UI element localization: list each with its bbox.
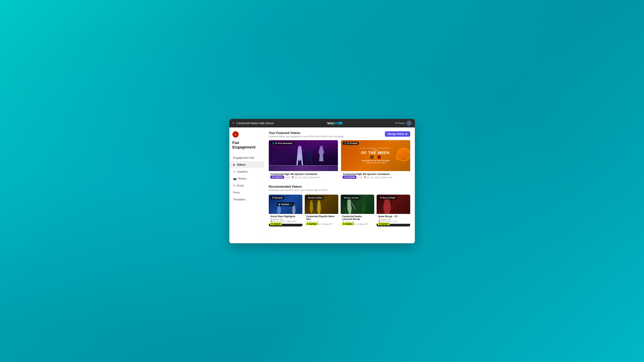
featured-2-sport: JV Football xyxy=(347,142,358,144)
featured-section-header: Your Featured Videos Featured videos are… xyxy=(269,131,410,138)
manage-videos-button[interactable]: Manage Videos ▶ xyxy=(385,131,410,137)
sidebar-item-videos[interactable]: ▶ Videos xyxy=(229,161,264,168)
globe-icon-2: 🌐 xyxy=(344,142,346,144)
rec-3-sport: Varsity Lacrosse xyxy=(344,197,359,199)
rec-4-location: 📍 Atlanta, GA xyxy=(378,218,409,221)
recommended-videos-grid: ▶ Highlight 📎 JV Baseball ★ Highlight Gr… xyxy=(269,195,410,226)
page-title: Fan Engagement xyxy=(232,141,261,149)
teams-row: OH vs RT xyxy=(360,155,391,159)
of-the-week-label: of the WEEK xyxy=(360,151,391,155)
top-nav: ≡ Centennial Hawks High School ¹playon H… xyxy=(229,119,415,127)
user-avatar[interactable]: 👤 xyxy=(406,120,412,126)
logo-on: on xyxy=(334,121,338,125)
rec-1-date: 📅 Oct 19, 2024 | 5:30pm EST xyxy=(270,221,301,223)
featured-1-badge: ★ Featured xyxy=(270,175,284,179)
sidebar-item-photos[interactable]: 📷 Photos xyxy=(229,175,264,182)
featured-1-sport: JV Girls Basketball xyxy=(275,142,292,144)
videos-icon: ▶ xyxy=(233,163,235,166)
videos-label: Videos xyxy=(237,163,246,166)
sidebar: C Fan Engagement Engagement Hub ▶ Videos… xyxy=(229,127,264,243)
manage-videos-icon: ▶ xyxy=(406,133,408,135)
featured-star-icon-2: ★ xyxy=(344,176,346,178)
photos-icon: 📷 xyxy=(233,177,236,180)
sidebar-item-posts[interactable]: Posts xyxy=(229,189,264,196)
team-a-logo: OH xyxy=(370,155,374,159)
rec-4-sport-badge: JV Boys Football xyxy=(378,196,397,199)
rec-1-meta: 📍 Atlanta, GA 📅 Oct 19, 2024 | 5:30pm ES… xyxy=(270,218,301,223)
fp2 xyxy=(314,200,317,211)
feature-clip-overlay[interactable]: ▶ Highlight 📎 xyxy=(277,202,294,206)
hawk-logo-svg: C xyxy=(234,132,238,136)
email-label: Email xyxy=(237,184,244,187)
rec-4-info: Game Recap – JV 📍 Atlanta, GA 📅 Oct 19, … xyxy=(376,214,410,224)
highlight-label-2: Highlight xyxy=(309,223,317,225)
page-title-area: Fan Engagement xyxy=(229,141,264,153)
app-window: ≡ Centennial Hawks High School ¹playon H… xyxy=(229,119,415,243)
featured-2-title: Centennial High 4th Quarter Comeback xyxy=(343,173,408,175)
rec-1-sport-badge: JV Baseball xyxy=(270,196,284,199)
graphics-label: Graphics xyxy=(237,170,248,173)
rec-video-2[interactable]: Varsity Football ★ Highlight Centennial … xyxy=(305,195,338,226)
section-divider: Recommended Videos Showcase your favorit… xyxy=(269,185,410,192)
featured-section-info: Your Featured Videos Featured videos are… xyxy=(269,131,344,138)
featured-1-sport-badge: 🌐 JV Girls Basketball xyxy=(270,142,294,145)
rec-video-4[interactable]: JV Boys Football ★ Highlight Game Recap … xyxy=(376,195,410,226)
matchup-text: Southeast vs Rootstown xyxy=(360,160,391,162)
rec-3-highlight-badge: ★ Highlight xyxy=(342,223,354,225)
rec-3-title: Centennial Hawks Lacrosse Recap xyxy=(342,215,373,221)
featured-label-2: Featured xyxy=(347,176,355,178)
main-layout: C Fan Engagement Engagement Hub ▶ Videos… xyxy=(229,127,415,243)
highlight-label-3: Highlight xyxy=(345,223,353,225)
featured-video-1[interactable]: 🌐 JV Girls Basketball ★ Featured Centenn… xyxy=(269,140,338,180)
greeting-text: Hi Paula xyxy=(395,122,404,124)
org-name: Centennial Hawks High School xyxy=(236,122,274,125)
clip-icon: 📎 xyxy=(290,203,292,205)
highlight-label-4: Highlight xyxy=(381,223,388,225)
game-datetime: Friday, October 13 | 7:00PM xyxy=(360,162,391,164)
recommended-title: Recommended Videos xyxy=(269,185,410,188)
rec-4-sport: JV Boys Football xyxy=(380,197,395,199)
menu-icon[interactable]: ≡ xyxy=(232,121,234,125)
vs-label: vs xyxy=(375,157,376,158)
rec-1-highlight-badge: ★ Highlight xyxy=(270,223,282,225)
school-logo-inner: C xyxy=(232,131,239,137)
fp1 xyxy=(310,200,313,213)
featured-subtitle: Featured videos are displayed on your NF… xyxy=(269,135,344,138)
sidebar-item-templates[interactable]: Templates xyxy=(229,196,264,203)
football-players xyxy=(310,200,321,214)
rec-2-sport: Varsity Football xyxy=(308,197,322,199)
featured-title: Your Featured Videos xyxy=(269,131,344,135)
rec-video-3[interactable]: Varsity Lacrosse ★ Highlight Centennial … xyxy=(341,195,374,226)
featured-video-2[interactable]: HIGH SCHOOL FOOTBALL GAME of the WEEK OH… xyxy=(341,140,410,180)
gameweek-content: HIGH SCHOOL FOOTBALL GAME of the WEEK OH… xyxy=(358,146,392,165)
playon-logo[interactable]: ¹playon HQ xyxy=(327,121,342,125)
featured-1-title: Centennial High 4th Quarter Comeback xyxy=(271,173,336,175)
rec-3-sport-badge: Varsity Lacrosse xyxy=(342,196,361,199)
rec-4-title: Game Recap – JV xyxy=(378,215,409,218)
featured-star-icon-1: ★ xyxy=(272,176,274,178)
highlight-label-1: Highlight xyxy=(273,223,281,225)
templates-label: Templates xyxy=(233,198,246,201)
nav-right: Hi Paula 👤 xyxy=(395,120,412,126)
featured-label-1: Featured xyxy=(274,176,282,178)
fp3 xyxy=(317,200,321,214)
logo-hq: HQ xyxy=(338,122,342,124)
rec-1-title: Grand Slam Highlights xyxy=(270,215,301,218)
sidebar-item-engagement-hub[interactable]: Engagement Hub xyxy=(229,154,264,161)
highlight-star-2: ★ xyxy=(307,223,308,225)
graphics-icon: ✦ xyxy=(233,170,236,173)
engagement-hub-label: Engagement Hub xyxy=(233,156,254,159)
sidebar-item-email[interactable]: ✉ Email xyxy=(229,182,264,189)
user-initial: 👤 xyxy=(407,122,410,125)
svg-text:C: C xyxy=(235,134,236,136)
recommended-subtitle: Showcase your favorite clip on your Play… xyxy=(269,189,410,192)
rec-video-1[interactable]: ▶ Highlight 📎 JV Baseball ★ Highlight Gr… xyxy=(269,195,302,226)
featured-2-badge: ★ Featured xyxy=(342,175,356,179)
featured-videos-grid: 🌐 JV Girls Basketball ★ Featured Centenn… xyxy=(269,140,410,180)
sidebar-item-graphics[interactable]: ✦ Graphics xyxy=(229,168,264,175)
school-header: C xyxy=(229,130,264,141)
logo-play: ¹play xyxy=(327,121,334,125)
rec-1-info: Grand Slam Highlights 📍 Atlanta, GA 📅 Oc… xyxy=(269,214,302,224)
rec-1-location: 📍 Atlanta, GA xyxy=(270,218,301,221)
playon-logo-text: ¹playon xyxy=(327,121,338,125)
